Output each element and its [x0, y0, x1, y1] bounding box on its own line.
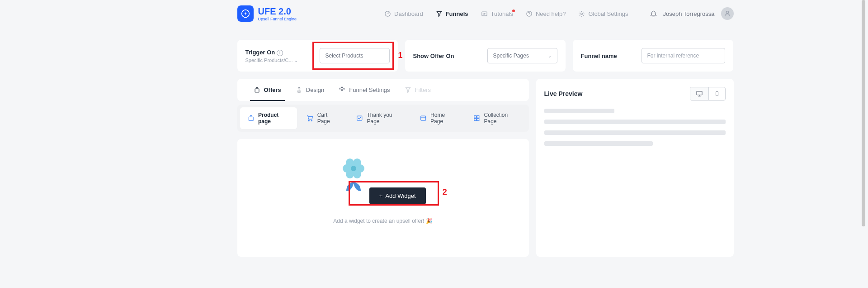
user-name[interactable]: Joseph Torregrossa — [663, 10, 715, 17]
widget-helper: Add a widget to create an upsell offer! … — [246, 218, 520, 224]
preview-skeleton — [544, 109, 726, 146]
nav-needhelp[interactable]: Need help? — [526, 10, 566, 17]
thankyou-page-icon — [356, 114, 363, 122]
subtab-cart[interactable]: Cart Page — [299, 107, 347, 129]
svg-point-10 — [311, 120, 312, 121]
nav-global-label: Global Settings — [588, 10, 628, 17]
dashboard-icon — [384, 10, 391, 17]
desktop-icon — [696, 90, 703, 97]
svg-rect-14 — [477, 116, 479, 118]
mobile-icon — [714, 90, 720, 97]
funnel-icon — [436, 10, 443, 17]
nav-needhelp-label: Need help? — [536, 10, 566, 17]
card-trigger: Trigger Oni Specific Products/C... ⌄ Sel… — [237, 40, 398, 72]
svg-rect-8 — [249, 117, 253, 120]
logo-name: UFE 2.0 — [258, 6, 291, 16]
scrollbar[interactable] — [862, 0, 865, 288]
gear-icon — [578, 10, 585, 17]
subtabs: Product page Cart Page Thank you Page Ho… — [237, 105, 529, 132]
subtab-thankyou[interactable]: Thank you Page — [349, 107, 410, 129]
scyroll-thumb[interactable] — [862, 0, 865, 226]
bell-icon[interactable] — [650, 10, 657, 17]
offers-icon — [254, 86, 260, 93]
callout-highlight-1 — [312, 42, 394, 70]
subtab-product-label: Product page — [258, 112, 290, 125]
svg-rect-16 — [477, 119, 479, 121]
svg-point-27 — [717, 95, 717, 96]
show-offer-label: Show Offer On — [413, 53, 454, 59]
tab-settings[interactable]: Funnel Settings — [331, 79, 397, 101]
subtab-collection-label: Collection Page — [484, 112, 519, 125]
logo-subtitle: Upsell Funnel Engine — [258, 17, 297, 21]
card-show-offer: Show Offer On Specific Pages ⌄ — [405, 40, 566, 72]
show-offer-value: Specific Pages — [493, 53, 529, 59]
svg-rect-12 — [420, 116, 425, 120]
help-icon — [526, 10, 533, 17]
product-page-icon — [247, 114, 255, 122]
subtab-home[interactable]: Home Page — [412, 107, 464, 129]
badge-dot — [512, 10, 515, 12]
widget-area: + Add Widget 2 Add a widget to create an… — [237, 139, 529, 257]
svg-point-9 — [308, 120, 309, 121]
svg-point-5 — [726, 11, 728, 14]
svg-point-21 — [353, 158, 361, 167]
nav-global[interactable]: Global Settings — [578, 10, 628, 17]
subtab-collection[interactable]: Collection Page — [466, 107, 526, 129]
preview-panel: Live Preview — [536, 79, 734, 257]
logo-icon — [237, 5, 254, 22]
svg-rect-6 — [255, 89, 259, 92]
svg-point-20 — [346, 158, 354, 167]
show-offer-select[interactable]: Specific Pages ⌄ — [487, 48, 557, 63]
tab-offers[interactable]: Offers — [246, 79, 288, 101]
callout-2: 2 — [443, 187, 447, 197]
subtab-cart-label: Cart Page — [317, 112, 340, 125]
preview-title: Live Preview — [544, 90, 583, 97]
tab-offers-label: Offers — [264, 86, 281, 93]
tab-design[interactable]: Design — [288, 79, 331, 101]
home-page-icon — [420, 114, 427, 122]
device-toggle — [690, 87, 726, 101]
tabs: Offers Design Funnel Settings Filters — [237, 79, 529, 101]
svg-rect-25 — [697, 91, 702, 95]
cart-page-icon — [306, 114, 313, 122]
nav-tutorials[interactable]: Tutorials — [481, 10, 513, 17]
tab-filters-label: Filters — [415, 86, 431, 93]
chevron-down-icon: ⌄ — [548, 53, 552, 58]
callout-highlight-2 — [349, 181, 439, 206]
subtab-product[interactable]: Product page — [240, 107, 297, 129]
funnel-name-label: Funnel name — [581, 53, 617, 59]
settings-icon — [339, 86, 345, 93]
svg-point-7 — [341, 89, 343, 91]
svg-rect-11 — [357, 116, 362, 120]
card-funnel-name: Funnel name — [573, 40, 733, 72]
svg-rect-15 — [474, 119, 476, 121]
info-icon[interactable]: i — [277, 50, 283, 56]
user-icon — [724, 10, 731, 17]
svg-point-23 — [353, 170, 361, 178]
nav-funnels-label: Funnels — [446, 10, 468, 17]
trigger-label: Trigger Oni — [245, 49, 298, 56]
svg-rect-2 — [481, 12, 486, 16]
tab-design-label: Design — [306, 86, 324, 93]
device-mobile[interactable] — [708, 87, 725, 100]
trigger-sub[interactable]: Specific Products/C... ⌄ — [245, 58, 298, 63]
nav-tutorials-label: Tutorials — [491, 10, 513, 17]
tutorials-icon — [481, 10, 488, 17]
svg-point-22 — [346, 170, 354, 178]
nav-dashboard[interactable]: Dashboard — [384, 10, 423, 17]
callout-1: 1 — [398, 51, 403, 60]
subtab-home-label: Home Page — [430, 112, 457, 125]
tab-filters[interactable]: Filters — [397, 79, 438, 101]
avatar[interactable] — [721, 7, 734, 20]
tab-settings-label: Funnel Settings — [349, 86, 390, 93]
nav-dashboard-label: Dashboard — [394, 10, 423, 17]
funnel-name-input[interactable] — [642, 48, 725, 63]
filters-icon — [405, 86, 411, 93]
svg-rect-13 — [474, 116, 476, 118]
logo[interactable]: UFE 2.0 Upsell Funnel Engine — [237, 5, 297, 22]
nav-funnels[interactable]: Funnels — [436, 10, 468, 17]
design-icon — [296, 86, 302, 93]
collection-page-icon — [473, 114, 480, 122]
chevron-down-icon: ⌄ — [294, 58, 298, 63]
device-desktop[interactable] — [690, 87, 708, 100]
